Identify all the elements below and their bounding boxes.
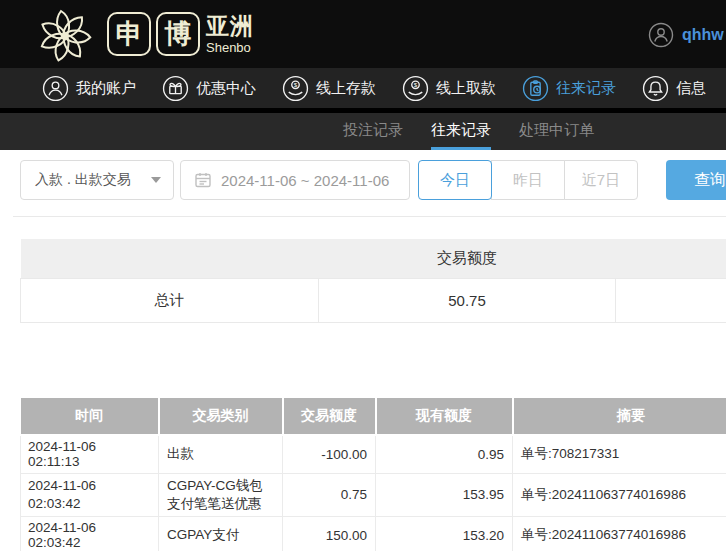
filter-bar: 入款 . 出款交易 2024-11-06 ~ 2024-11-06 今日 昨日 … — [0, 150, 726, 216]
deposit-icon: $ — [282, 75, 309, 102]
lotus-flower-icon — [32, 3, 98, 65]
cell-time: 2024-11-06 02:11:13 — [21, 435, 159, 473]
cell-note: 单号:202411063774016986 — [513, 516, 726, 551]
summary-header-empty — [616, 239, 726, 278]
logo-char-shen: 申 — [107, 12, 151, 56]
logo-romanized: Shenbo — [206, 41, 254, 54]
today-button[interactable]: 今日 — [418, 160, 492, 200]
user-avatar-icon — [648, 22, 674, 48]
svg-text:$: $ — [294, 81, 298, 88]
transaction-type-value: 入款 . 出款交易 — [35, 171, 131, 189]
divider — [13, 216, 726, 217]
tab-transaction-records[interactable]: 往来记录 — [431, 113, 491, 150]
table-row: 2024-11-06 02:03:42 CGPAY-CG钱包支付笔笔送优惠 0.… — [21, 473, 726, 516]
cell-type: CGPAY支付 — [159, 516, 283, 551]
transaction-type-select[interactable]: 入款 . 出款交易 — [20, 160, 174, 200]
logo-region: 亚洲 Shenbo — [206, 15, 254, 54]
cell-note: 单号:708217331 — [513, 435, 726, 473]
cell-time: 2024-11-06 02:03:42 — [21, 473, 159, 516]
username: qhhw — [682, 26, 724, 44]
page: 申 博 亚洲 Shenbo qhhw 我的账户 — [0, 0, 726, 551]
nav-item-transactions[interactable]: 往来记录 — [522, 75, 616, 102]
main-nav: 我的账户 优惠中心 $ 线上存款 $ 线上取 — [0, 68, 726, 113]
logo-region-text: 亚洲 — [206, 15, 254, 38]
nav-label: 信息 — [676, 79, 706, 98]
cell-amount: 150.00 — [283, 516, 376, 551]
summary-header-amount: 交易额度 — [319, 239, 616, 278]
records-header-row: 时间 交易类别 交易额度 现有额度 摘要 — [21, 398, 726, 435]
top-bar: 申 博 亚洲 Shenbo qhhw — [0, 0, 726, 68]
sub-nav: 投注记录 往来记录 处理中订单 — [0, 113, 726, 150]
tab-pending-orders[interactable]: 处理中订单 — [519, 113, 594, 150]
nav-item-withdraw[interactable]: $ 线上取款 — [402, 75, 496, 102]
svg-text:$: $ — [414, 81, 418, 88]
cell-balance: 0.95 — [376, 435, 513, 473]
summary-total-row: 总计 50.75 — [21, 278, 726, 322]
nav-label: 线上存款 — [316, 79, 376, 98]
cell-amount: -100.00 — [283, 435, 376, 473]
summary-empty-cell — [616, 278, 726, 322]
nav-label: 优惠中心 — [196, 79, 256, 98]
calendar-icon — [193, 170, 213, 190]
gift-icon — [162, 75, 189, 102]
user-account[interactable]: qhhw — [648, 22, 724, 48]
user-icon — [42, 75, 69, 102]
caret-down-icon — [151, 177, 161, 183]
cell-balance: 153.20 — [376, 516, 513, 551]
summary-total-label: 总计 — [21, 278, 319, 322]
nav-label: 往来记录 — [556, 79, 616, 98]
col-header-note: 摘要 — [513, 398, 726, 435]
nav-item-deposit[interactable]: $ 线上存款 — [282, 75, 376, 102]
col-header-balance: 现有额度 — [376, 398, 513, 435]
cell-amount: 0.75 — [283, 473, 376, 516]
cell-type: CGPAY-CG钱包支付笔笔送优惠 — [159, 473, 283, 516]
summary-total-value: 50.75 — [319, 278, 616, 322]
tab-bet-records[interactable]: 投注记录 — [343, 113, 403, 150]
brand-logo[interactable]: 申 博 亚洲 Shenbo — [32, 2, 254, 66]
date-range-value: 2024-11-06 ~ 2024-11-06 — [221, 172, 389, 189]
nav-item-messages[interactable]: 信息 — [642, 75, 706, 102]
summary-table: 交易额度 总计 50.75 — [20, 239, 726, 323]
nav-label: 线上取款 — [436, 79, 496, 98]
nav-item-my-account[interactable]: 我的账户 — [42, 75, 136, 102]
table-row: 2024-11-06 02:03:42 CGPAY支付 150.00 153.2… — [21, 516, 726, 551]
quick-date-group: 今日 昨日 近7日 — [418, 160, 640, 200]
table-row: 2024-11-06 02:11:13 出款 -100.00 0.95 单号:7… — [21, 435, 726, 473]
withdraw-icon: $ — [402, 75, 429, 102]
date-range-input[interactable]: 2024-11-06 ~ 2024-11-06 — [180, 160, 410, 200]
last7days-button[interactable]: 近7日 — [564, 160, 638, 200]
nav-label: 我的账户 — [76, 79, 136, 98]
cell-time: 2024-11-06 02:03:42 — [21, 516, 159, 551]
cell-note: 单号:202411063774016986 — [513, 473, 726, 516]
records-table: 时间 交易类别 交易额度 现有额度 摘要 2024-11-06 02:11:13… — [20, 398, 726, 551]
col-header-amount: 交易额度 — [283, 398, 376, 435]
cell-balance: 153.95 — [376, 473, 513, 516]
yesterday-button[interactable]: 昨日 — [491, 160, 565, 200]
summary-header-row: 交易额度 — [21, 239, 726, 278]
cell-type: 出款 — [159, 435, 283, 473]
col-header-type: 交易类别 — [159, 398, 283, 435]
summary-header-empty — [21, 239, 319, 278]
nav-item-promotions[interactable]: 优惠中心 — [162, 75, 256, 102]
search-button[interactable]: 查询 — [666, 160, 726, 200]
col-header-time: 时间 — [21, 398, 159, 435]
logo-char-bo: 博 — [156, 12, 200, 56]
transactions-icon — [522, 75, 549, 102]
bell-icon — [642, 75, 669, 102]
